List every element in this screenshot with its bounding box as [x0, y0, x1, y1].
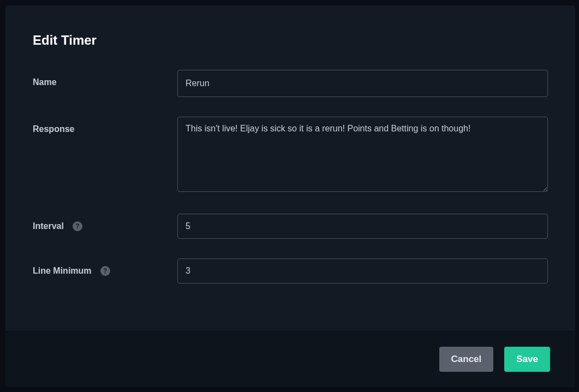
- response-input-cell: This isn't live! Eljay is sick so it is …: [177, 117, 548, 194]
- modal-body: Edit Timer Name Response This isn't live…: [5, 5, 575, 331]
- save-button[interactable]: Save: [504, 347, 550, 372]
- form-row-interval: Interval ?: [33, 214, 548, 239]
- edit-timer-modal: Edit Timer Name Response This isn't live…: [5, 5, 575, 387]
- line-minimum-input[interactable]: [177, 258, 548, 284]
- response-label: Response: [33, 124, 74, 134]
- modal-footer: Cancel Save: [5, 331, 575, 387]
- modal-title: Edit Timer: [33, 33, 548, 48]
- form-row-response: Response This isn't live! Eljay is sick …: [33, 117, 548, 194]
- line-minimum-label: Line Minimum: [33, 266, 92, 276]
- interval-label-cell: Interval ?: [33, 214, 177, 231]
- interval-input-cell: [177, 214, 548, 239]
- name-label: Name: [33, 77, 57, 87]
- response-label-cell: Response: [33, 117, 177, 134]
- interval-label: Interval: [33, 221, 64, 231]
- help-icon[interactable]: ?: [73, 221, 82, 231]
- cancel-button[interactable]: Cancel: [439, 347, 494, 372]
- interval-input[interactable]: [177, 214, 548, 239]
- form-row-name: Name: [33, 70, 548, 97]
- name-input-cell: [177, 70, 548, 97]
- form-row-line-minimum: Line Minimum ?: [33, 258, 548, 284]
- name-input[interactable]: [177, 70, 548, 97]
- response-textarea[interactable]: This isn't live! Eljay is sick so it is …: [177, 117, 548, 192]
- name-label-cell: Name: [33, 70, 177, 87]
- line-minimum-label-cell: Line Minimum ?: [33, 258, 177, 276]
- line-minimum-input-cell: [177, 258, 548, 284]
- help-icon[interactable]: ?: [100, 266, 110, 276]
